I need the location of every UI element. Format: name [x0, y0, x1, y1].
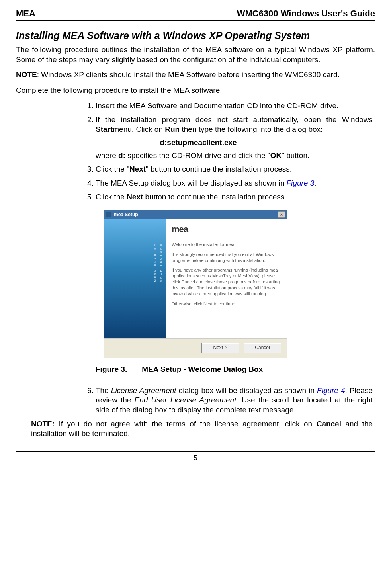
install-steps-list-continued: The License Agreement dialog box will be… [16, 386, 375, 415]
where-line: where d: specifies the CD-ROM drive and … [96, 151, 373, 161]
next-button[interactable]: Next > [201, 343, 239, 353]
section-title: Installing MEA Software with a Windows X… [16, 29, 375, 42]
note-2-label: NOTE: [31, 420, 55, 428]
mea-setup-dialog: mea Setup × mea MESH ENABLED ARCHITECTUR… [104, 210, 287, 358]
mea-brand-logo: mea [104, 307, 107, 334]
dialog-p3: If you have any other programs running (… [172, 267, 281, 297]
dialog-p2: It is strongly recommended that you exit… [172, 252, 281, 264]
header-left: MEA [16, 8, 35, 20]
page-header: MEA WMC6300 Windows User's Guide [16, 8, 375, 21]
intro-paragraph: The following procedure outlines the ins… [16, 45, 375, 64]
mea-brand-subtitle: MESH ENABLED ARCHITECTURE [153, 243, 164, 282]
cancel-button[interactable]: Cancel [244, 343, 281, 353]
complete-procedure-line: Complete the following procedure to inst… [16, 86, 375, 96]
note-2: NOTE: If you do not agree with the terms… [31, 419, 373, 439]
step-6: The License Agreement dialog box will be… [96, 386, 375, 415]
page-number: 5 [16, 451, 375, 463]
run-command: d:setupmeaclient.exe [24, 138, 373, 148]
step-3: Click the "Next" button to continue the … [96, 164, 375, 174]
dialog-heading: mea [172, 224, 281, 235]
dialog-p1: Welcome to the installer for mea. [172, 242, 281, 248]
dialog-button-row: Next > Cancel [104, 338, 287, 358]
dialog-content: mea Welcome to the installer for mea. It… [166, 219, 287, 338]
step-2: If the installation program does not sta… [96, 115, 375, 161]
figure-3-caption: Figure 3. MEA Setup - Welcome Dialog Box [96, 365, 375, 375]
note-1-text: : Windows XP clients should install the … [37, 70, 340, 79]
install-steps-list: Insert the MEA Software and Documentatio… [16, 101, 375, 202]
figure-3-ref: Figure 3 [287, 179, 315, 187]
note-1: NOTE: Windows XP clients should install … [16, 70, 375, 80]
dialog-titlebar: mea Setup × [104, 210, 287, 219]
dialog-sidebar-graphic: mea MESH ENABLED ARCHITECTURE [104, 219, 166, 338]
dialog-body: mea MESH ENABLED ARCHITECTURE mea Welcom… [104, 219, 287, 338]
dialog-p4: Otherwise, click Next to continue. [172, 301, 281, 307]
figure-4-ref: Figure 4 [317, 386, 345, 395]
dialog-title: mea Setup [114, 212, 278, 218]
app-icon [106, 212, 111, 217]
step-4: The MEA Setup dialog box will be display… [96, 178, 375, 188]
note-label: NOTE [16, 70, 37, 79]
step-5: Click the Next button to continue the in… [96, 192, 375, 202]
close-icon[interactable]: × [278, 211, 285, 218]
step-1: Insert the MEA Software and Documentatio… [96, 101, 375, 111]
header-right: WMC6300 Windows User's Guide [237, 8, 375, 20]
